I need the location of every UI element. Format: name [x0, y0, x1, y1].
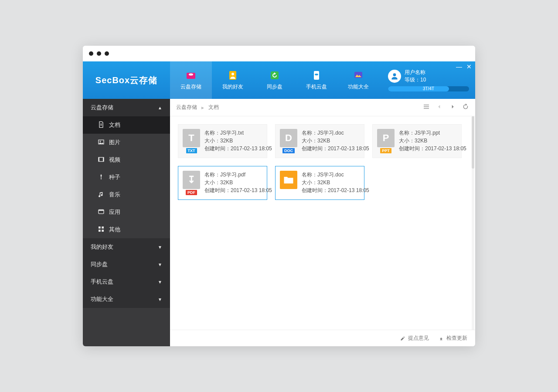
breadcrumb: 云盘存储▸文档 [176, 104, 423, 111]
sidebar-item-image[interactable]: 图片 [83, 134, 170, 151]
file-tag: PDF [186, 190, 197, 195]
file-created: 创建时间：2017-02-13 18:05 [302, 186, 369, 194]
traffic-light-max[interactable] [105, 51, 109, 56]
svg-rect-16 [99, 226, 101, 229]
list-view-icon[interactable] [423, 103, 430, 112]
music-icon [98, 191, 105, 199]
body: 云盘存储▲文档图片视频种子音乐应用其他我的好友▼同步盘▼手机云盘▼功能大全▼ 云… [83, 99, 475, 346]
sidebar-group-2[interactable]: 同步盘▼ [83, 256, 170, 273]
sidebar-item-app[interactable]: 应用 [83, 203, 170, 221]
folder-icon [280, 171, 297, 189]
traffic-light-min[interactable] [97, 51, 101, 56]
sidebar-item-document[interactable]: 文档 [83, 116, 170, 134]
app-icon [98, 208, 105, 216]
file-size: 大小：32KB [399, 137, 466, 145]
nav-item-0[interactable]: 云盘存储 [170, 61, 212, 99]
sidebar-item-seed[interactable]: 种子 [83, 169, 170, 186]
document-icon [98, 121, 105, 129]
svg-point-8 [393, 73, 396, 76]
sidebar-group-1[interactable]: 我的好友▼ [83, 238, 170, 256]
file-name: 名称：JS学习.txt [204, 129, 272, 137]
sidebar-item-music[interactable]: 音乐 [83, 186, 170, 203]
crumb-1[interactable]: 文档 [208, 104, 219, 111]
sidebar-item-video[interactable]: 视频 [83, 151, 170, 169]
caret-icon: ▼ [158, 245, 162, 250]
minimize-button[interactable]: — [456, 63, 462, 70]
seed-icon [98, 173, 105, 182]
main: 云盘存储▸文档 TTXT名称：JS学习.txt大小：32KB创建时间：2017-… [170, 99, 475, 346]
caret-icon: ▲ [158, 105, 162, 110]
svg-rect-21 [424, 106, 429, 107]
svg-rect-18 [99, 230, 101, 232]
nav-back-icon[interactable] [436, 103, 443, 112]
refresh-icon[interactable] [462, 103, 469, 112]
nav-icon [310, 70, 323, 81]
file-icon: T [183, 129, 200, 147]
nav-label: 我的好友 [222, 83, 243, 91]
crumb-sep: ▸ [201, 105, 204, 111]
svg-point-3 [231, 73, 234, 75]
storage-label: 3T/4T [423, 86, 434, 91]
storage-bar: 3T/4T [388, 86, 469, 91]
svg-point-10 [100, 141, 101, 142]
svg-rect-12 [99, 157, 99, 161]
brand-left: SecBox [95, 75, 130, 85]
caret-icon: ▼ [158, 297, 162, 302]
file-tag: TXT [186, 148, 197, 153]
footer: 提点意见 检查更新 [170, 330, 475, 346]
file-icon: P [377, 129, 395, 147]
traffic-light-close[interactable] [89, 51, 93, 56]
other-icon [98, 226, 105, 234]
close-button[interactable]: ✕ [466, 63, 472, 70]
file-created: 创建时间：2017-02-13 18:05 [302, 145, 369, 152]
chevron-up-icon [439, 336, 444, 341]
avatar[interactable] [388, 70, 401, 83]
check-update-link[interactable]: 检查更新 [439, 335, 467, 342]
nav-icon [268, 70, 281, 81]
nav-forward-icon[interactable] [449, 103, 456, 112]
nav-item-1[interactable]: 我的好友 [212, 61, 254, 99]
titlebar [83, 46, 475, 61]
nav-item-3[interactable]: 手机云盘 [296, 61, 337, 99]
user-level: 等级：10 [405, 76, 426, 84]
nav-item-2[interactable]: 同步盘 [254, 61, 296, 99]
scrollbar-thumb[interactable] [472, 116, 474, 169]
app-window: SecBox云存储 云盘存储我的好友同步盘手机云盘功能大全 用户名称 等级：10… [83, 46, 475, 346]
svg-rect-15 [99, 210, 104, 211]
sidebar-group-3[interactable]: 手机云盘▼ [83, 273, 170, 291]
file-name: 名称：JS学习.doc [302, 129, 369, 137]
caret-icon: ▼ [158, 262, 162, 267]
file-card[interactable]: TTXT名称：JS学习.txt大小：32KB创建时间：2017-02-13 18… [178, 124, 267, 158]
sidebar-group-0[interactable]: 云盘存储▲ [83, 99, 170, 116]
file-icon: D [280, 129, 297, 147]
svg-rect-4 [271, 71, 279, 79]
scrollbar[interactable] [472, 116, 474, 330]
video-icon [98, 156, 105, 164]
file-card[interactable]: DDOC名称：JS学习.doc大小：32KB创建时间：2017-02-13 18… [275, 124, 364, 158]
crumb-0[interactable]: 云盘存储 [176, 104, 197, 111]
nav-item-4[interactable]: 功能大全 [337, 61, 379, 99]
file-name: 名称：JS学习.doc [302, 171, 369, 179]
svg-point-1 [189, 73, 193, 75]
file-card[interactable]: PPPT名称：JS学习.ppt大小：32KB创建时间：2017-02-13 18… [372, 124, 462, 158]
user-name: 用户名称 [405, 69, 426, 76]
file-size: 大小：32KB [302, 137, 369, 145]
feedback-link[interactable]: 提点意见 [400, 335, 429, 342]
toolbar: 云盘存储▸文档 [170, 99, 475, 116]
sidebar-group-4[interactable]: 功能大全▼ [83, 291, 170, 308]
file-card[interactable]: 名称：JS学习.doc大小：32KB创建时间：2017-02-13 18:05 [275, 166, 364, 200]
sidebar: 云盘存储▲文档图片视频种子音乐应用其他我的好友▼同步盘▼手机云盘▼功能大全▼ [83, 99, 170, 346]
header: SecBox云存储 云盘存储我的好友同步盘手机云盘功能大全 用户名称 等级：10… [83, 61, 475, 99]
svg-point-6 [315, 74, 318, 75]
svg-rect-20 [424, 105, 429, 105]
file-card[interactable]: ↧PDF名称：JS学习.pdf大小：32KB创建时间：2017-02-13 18… [178, 166, 267, 200]
sidebar-item-other[interactable]: 其他 [83, 221, 170, 238]
caret-icon: ▼ [158, 280, 162, 284]
content: TTXT名称：JS学习.txt大小：32KB创建时间：2017-02-13 18… [170, 116, 475, 330]
header-nav: 云盘存储我的好友同步盘手机云盘功能大全 [170, 61, 388, 99]
svg-rect-17 [102, 226, 104, 229]
image-icon [98, 139, 105, 147]
file-size: 大小：32KB [302, 179, 369, 186]
toolbar-icons [423, 103, 469, 112]
file-size: 大小：32KB [204, 179, 272, 186]
